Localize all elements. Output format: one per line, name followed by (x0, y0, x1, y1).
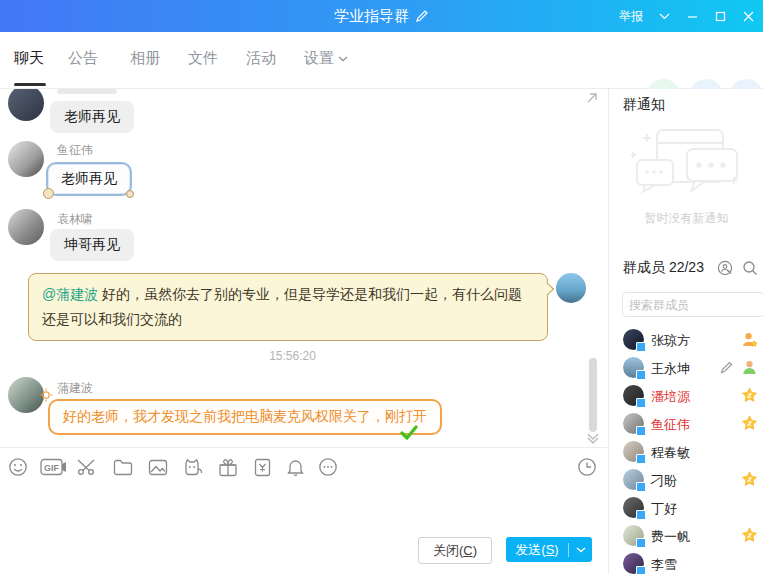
maximize-button[interactable] (713, 9, 727, 23)
timestamp: 15:56:20 (0, 349, 585, 363)
tab-chat[interactable]: 聊天 (14, 49, 44, 68)
member-row[interactable]: 费一帆 (609, 522, 763, 550)
member-row[interactable]: 鱼征伟 (609, 410, 763, 438)
avatar[interactable] (8, 209, 44, 245)
member-name: 李雪 (651, 556, 677, 574)
message-bubble[interactable]: 老师再见 (50, 101, 134, 133)
qq-group-chat-window: 学业指导群 举报 聊天 公告 相册 文件 活动 (0, 0, 763, 574)
member-avatar (623, 385, 644, 406)
member-row[interactable]: 王永坤 (609, 354, 763, 382)
member-name: 费一帆 (651, 528, 690, 546)
message-list[interactable]: 老师再见 鱼征伟 老师再见 袁林啸 坤哥再见 @蒲建波 好的，虽然你去了别的专业… (0, 89, 607, 447)
chat-scrollbar-thumb[interactable] (589, 358, 597, 432)
close-hotkey: C (463, 543, 472, 558)
star-badge-icon (741, 471, 758, 488)
send-options-dropdown[interactable] (569, 547, 592, 553)
member-row[interactable]: 刁盼 (609, 466, 763, 494)
sender-name: 袁林啸 (57, 211, 93, 228)
send-button[interactable]: 发送(S) (506, 537, 592, 562)
online-pc-badge (636, 482, 646, 492)
member-row[interactable]: 李雪 (609, 550, 763, 574)
online-pc-badge (636, 566, 646, 574)
tab-files[interactable]: 文件 (188, 49, 218, 68)
titlebar-dropdown-icon[interactable] (657, 9, 671, 23)
self-message-bubble[interactable]: @蒲建波 好的，虽然你去了别的专业，但是导学还是和我们一起，有什么问题还是可以和… (28, 273, 548, 341)
send-label-text: 发送( (515, 542, 545, 557)
avatar[interactable] (8, 141, 44, 177)
svg-text:GIF: GIF (44, 463, 60, 473)
emoji-button[interactable] (7, 456, 29, 478)
group-members-title: 群成员 22/23 (623, 259, 704, 277)
active-tab-underline (14, 83, 46, 86)
close-button[interactable]: 关闭(C) (418, 537, 492, 564)
message-text: 好的，虽然你去了别的专业，但是导学还是和我们一起，有什么问题还是可以和我们交流的 (42, 286, 522, 327)
gif-button[interactable]: GIF (39, 456, 67, 478)
tab-settings-label: 设置 (304, 49, 334, 68)
gift-button[interactable] (217, 456, 239, 478)
tab-activity[interactable]: 活动 (246, 49, 276, 68)
send-label: 发送(S) (506, 541, 568, 559)
group-notice-title: 群通知 (623, 96, 665, 114)
member-avatar (623, 413, 644, 434)
member-name: 鱼征伟 (651, 416, 690, 434)
minimize-button[interactable] (685, 9, 699, 23)
online-pc-badge (636, 510, 646, 520)
tab-announcement[interactable]: 公告 (68, 49, 98, 68)
mention-text[interactable]: @蒲建波 (42, 286, 98, 302)
member-row[interactable]: 程春敏 (609, 438, 763, 466)
report-button[interactable]: 举报 (619, 8, 643, 25)
edit-member-card-icon[interactable] (719, 360, 734, 375)
member-row[interactable]: 张琼方 (609, 326, 763, 354)
chevron-down-icon (338, 56, 348, 62)
self-avatar[interactable] (556, 273, 586, 303)
red-packet-button[interactable] (251, 456, 273, 478)
message-input-area[interactable] (0, 483, 607, 529)
close-label-end: ) (473, 543, 477, 558)
edit-group-name-icon[interactable] (415, 9, 429, 23)
bubble-ornament (126, 190, 134, 198)
search-member-icon[interactable] (742, 260, 758, 276)
tab-settings[interactable]: 设置 (304, 49, 348, 68)
empty-notice-text: 暂时没有新通知 (609, 210, 763, 227)
window-title: 学业指导群 (334, 7, 409, 26)
titlebar: 学业指导群 举报 (0, 0, 763, 32)
member-badge-icon (741, 359, 758, 376)
close-label: 关闭( (433, 542, 463, 560)
message-bubble[interactable]: 坤哥再见 (50, 229, 134, 261)
bell-button[interactable] (284, 456, 306, 478)
toolbar-more-button[interactable] (317, 456, 339, 478)
tabbar: 聊天 公告 相册 文件 活动 设置 (0, 32, 763, 89)
member-avatar (623, 357, 644, 378)
screenshot-button[interactable] (76, 456, 98, 478)
sender-name: 鱼征伟 (57, 142, 93, 159)
send-label-end: ) (554, 542, 558, 557)
online-pc-badge (636, 538, 646, 548)
member-search-input[interactable] (622, 292, 763, 317)
online-pc-badge (636, 342, 646, 352)
empty-notice-illustration (631, 122, 746, 207)
sticker-button[interactable] (182, 456, 204, 478)
member-name: 张琼方 (651, 332, 690, 350)
avatar[interactable] (8, 89, 44, 121)
input-toolbar: GIF (0, 447, 607, 484)
folder-button[interactable] (112, 456, 134, 478)
tab-album[interactable]: 相册 (130, 49, 160, 68)
online-pc-badge (636, 398, 646, 408)
message-bubble[interactable]: 老师再见 (46, 162, 132, 196)
star-badge-icon (741, 387, 758, 404)
scroll-to-bottom-icon[interactable] (586, 432, 600, 444)
member-row[interactable]: 丁好 (609, 494, 763, 522)
collapse-panel-icon[interactable] (585, 91, 599, 105)
message-history-button[interactable] (576, 456, 598, 478)
check-ornament-icon (400, 425, 418, 440)
star-badge-icon (741, 527, 758, 544)
group-owner-badge-icon (741, 331, 758, 348)
close-window-button[interactable] (741, 9, 755, 23)
invite-member-icon[interactable] (717, 260, 733, 276)
message-bubble[interactable]: 好的老师，我才发现之前我把电脑麦克风权限关了，刚打开 (48, 399, 442, 435)
member-row[interactable]: 潘培源 (609, 382, 763, 410)
member-avatar (623, 525, 644, 546)
image-button[interactable] (147, 456, 169, 478)
online-pc-badge (636, 426, 646, 436)
star-badge-icon (741, 415, 758, 432)
